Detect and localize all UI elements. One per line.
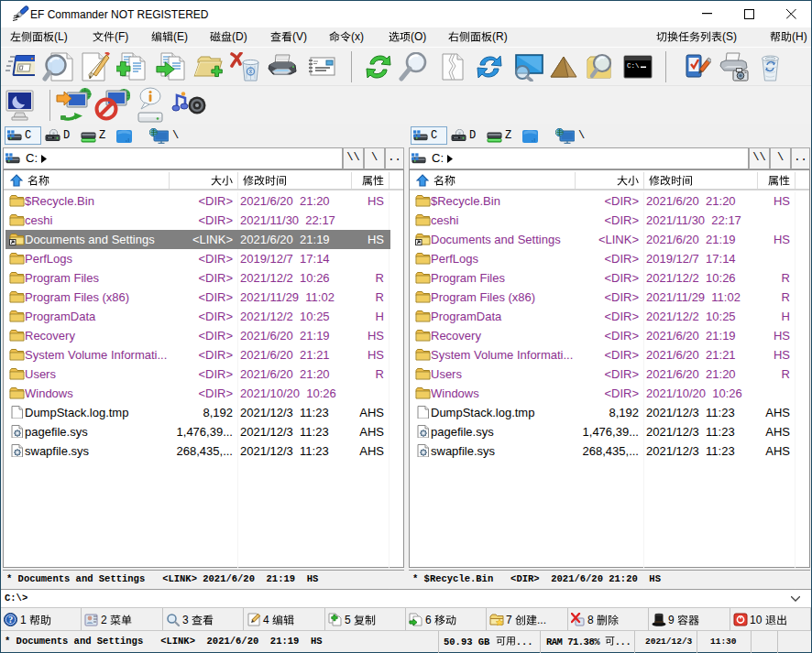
svg-text:C:\: C:\ (627, 62, 640, 70)
svg-text:?: ? (8, 615, 13, 625)
